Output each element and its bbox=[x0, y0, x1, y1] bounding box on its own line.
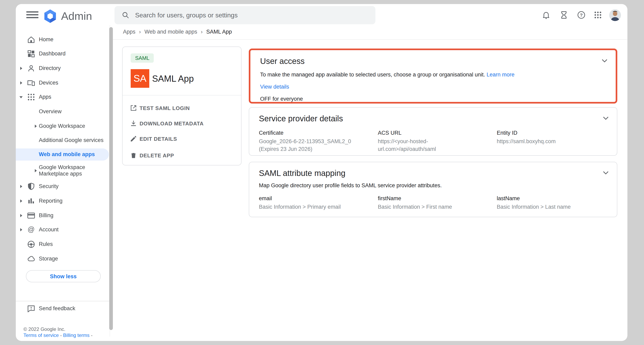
header-divider bbox=[110, 39, 628, 40]
sidebar-item-storage[interactable]: Storage bbox=[16, 252, 110, 266]
firstname-mapping: firstName Basic Information > First name bbox=[378, 194, 497, 211]
lastname-mapping: lastName Basic Information > Last name bbox=[497, 194, 616, 211]
sidebar-item-security[interactable]: Security bbox=[16, 179, 110, 194]
expand-arrow-icon bbox=[20, 200, 22, 203]
sidebar-item-web-and-mobile-apps[interactable]: Web and mobile apps bbox=[16, 148, 109, 160]
menu-icon[interactable] bbox=[26, 11, 38, 18]
expand-arrow-icon bbox=[20, 185, 22, 188]
sidebar-item-additional-google-services[interactable]: Additional Google services bbox=[16, 133, 110, 148]
user-access-description: To make the managed app available to sel… bbox=[260, 72, 485, 78]
sidebar-footer: © 2022 Google Inc. Terms of service - Bi… bbox=[24, 326, 93, 338]
acs-url-field: ACS URL https://<your-hosted- url.com>/a… bbox=[378, 129, 497, 153]
chevron-down-icon[interactable] bbox=[602, 58, 608, 65]
terms-of-service-link[interactable]: Terms of service bbox=[24, 332, 59, 338]
test-saml-login-button[interactable]: TEST SAML LOGIN bbox=[122, 101, 241, 115]
screenshot-stage: Admin ? bbox=[0, 0, 644, 345]
service-provider-title: Service provider details bbox=[259, 113, 607, 124]
show-less-button[interactable]: Show less bbox=[26, 270, 101, 282]
tasks-hourglass-icon[interactable] bbox=[560, 10, 568, 20]
learn-more-link[interactable]: Learn more bbox=[487, 72, 514, 78]
user-access-title: User access bbox=[260, 56, 606, 66]
sidebar-item-google-workspace[interactable]: Google Workspace bbox=[16, 119, 110, 134]
expand-arrow-icon bbox=[20, 81, 22, 84]
app-avatar: SA bbox=[131, 69, 149, 88]
dashboard-icon bbox=[27, 49, 36, 58]
shield-icon bbox=[27, 182, 36, 191]
breadcrumb: Apps › Web and mobile apps › SAML App bbox=[123, 29, 232, 35]
help-icon[interactable]: ? bbox=[577, 10, 586, 20]
app-summary-card: SAML SA SAML App TEST SAML LOGIN DOWNLOA… bbox=[122, 46, 242, 166]
admin-hexagon-icon bbox=[42, 8, 58, 24]
rules-wheel-icon bbox=[27, 240, 36, 249]
sidebar-item-rules[interactable]: Rules bbox=[16, 237, 110, 252]
card-divider bbox=[122, 95, 241, 96]
entity-id-field: Entity ID https://saml.boxyhq.com bbox=[497, 129, 616, 153]
search-icon bbox=[122, 11, 130, 19]
svg-text:@: @ bbox=[28, 225, 34, 233]
search-bar bbox=[114, 6, 376, 24]
profile-avatar[interactable] bbox=[609, 9, 621, 21]
sidebar-divider bbox=[16, 301, 110, 301]
user-access-status: OFF for everyone bbox=[260, 95, 606, 103]
sidebar-item-directory[interactable]: Directory bbox=[16, 61, 110, 76]
attribute-mapping-title: SAML attribute mapping bbox=[259, 168, 607, 178]
saml-badge: SAML bbox=[131, 54, 154, 63]
email-mapping: email Basic Information > Primary email bbox=[259, 194, 378, 211]
devices-icon bbox=[27, 78, 36, 87]
sidebar-item-overview[interactable]: Overview bbox=[16, 104, 110, 119]
download-icon bbox=[130, 120, 137, 127]
chevron-down-icon[interactable] bbox=[603, 115, 609, 122]
billing-terms-link[interactable]: Billing terms bbox=[63, 332, 90, 338]
delete-app-button[interactable]: DELETE APP bbox=[122, 148, 241, 162]
breadcrumb-apps[interactable]: Apps bbox=[123, 29, 136, 35]
admin-console-window: Admin ? bbox=[16, 4, 628, 341]
breadcrumb-separator-icon: › bbox=[201, 29, 203, 35]
credit-card-icon bbox=[27, 211, 36, 220]
expand-arrow-icon bbox=[35, 124, 37, 128]
sidebar-item-reporting[interactable]: Reporting bbox=[16, 194, 110, 208]
sidebar-scrollbar[interactable] bbox=[109, 27, 113, 330]
sidebar-item-home[interactable]: Home bbox=[16, 32, 110, 47]
breadcrumb-current-page: SAML App bbox=[206, 29, 232, 35]
notifications-bell-icon[interactable] bbox=[542, 10, 550, 20]
user-access-card: User access To make the managed app avai… bbox=[249, 48, 617, 104]
certificate-field: Certificate Google_2026-6-22-113953_SAML… bbox=[259, 129, 378, 153]
attribute-mapping-card: SAML attribute mapping Map Google direct… bbox=[249, 162, 617, 217]
sidebar-item-google-workspace-marketplace-apps[interactable]: Google Workspace Marketplace apps bbox=[16, 160, 110, 182]
search-input[interactable] bbox=[134, 11, 354, 19]
sidebar-item-devices[interactable]: Devices bbox=[16, 76, 110, 90]
view-details-link[interactable]: View details bbox=[260, 84, 289, 90]
sidebar-item-billing[interactable]: Billing bbox=[16, 208, 110, 223]
apps-icon bbox=[27, 92, 36, 102]
collapse-arrow-icon bbox=[20, 96, 23, 98]
feedback-icon bbox=[27, 304, 36, 313]
expand-arrow-icon bbox=[20, 67, 22, 70]
sidebar-item-account[interactable]: @ Account bbox=[16, 222, 110, 237]
breadcrumb-web-and-mobile-apps[interactable]: Web and mobile apps bbox=[144, 29, 197, 35]
home-icon bbox=[27, 35, 36, 44]
person-icon bbox=[27, 64, 36, 73]
pencil-icon bbox=[130, 135, 137, 142]
expand-arrow-icon bbox=[35, 169, 37, 172]
expand-arrow-icon bbox=[20, 228, 22, 231]
sidebar-item-apps[interactable]: Apps bbox=[16, 90, 110, 104]
breadcrumb-separator-icon: › bbox=[139, 29, 141, 35]
copyright: © 2022 Google Inc. bbox=[24, 326, 93, 332]
apps-grid-icon[interactable] bbox=[594, 10, 602, 20]
download-metadata-button[interactable]: DOWNLOAD METADATA bbox=[122, 116, 241, 130]
send-feedback-button[interactable]: Send feedback bbox=[16, 302, 110, 316]
cloud-icon bbox=[27, 254, 36, 263]
google-admin-logo: Admin bbox=[42, 8, 92, 24]
attribute-mapping-description: Map Google directory user profile fields… bbox=[259, 182, 607, 190]
edit-details-button[interactable]: EDIT DETAILS bbox=[122, 132, 241, 146]
app-title: SAML App bbox=[152, 74, 194, 84]
trash-icon bbox=[130, 152, 137, 159]
at-sign-icon: @ bbox=[27, 225, 36, 234]
chevron-down-icon[interactable] bbox=[603, 170, 609, 177]
sidebar-item-dashboard[interactable]: Dashboard bbox=[16, 46, 110, 61]
brand-label: Admin bbox=[61, 10, 92, 22]
svg-text:?: ? bbox=[580, 12, 583, 18]
bar-chart-icon bbox=[27, 196, 36, 206]
service-provider-card: Service provider details Certificate Goo… bbox=[249, 107, 617, 156]
open-in-new-icon bbox=[130, 104, 137, 112]
